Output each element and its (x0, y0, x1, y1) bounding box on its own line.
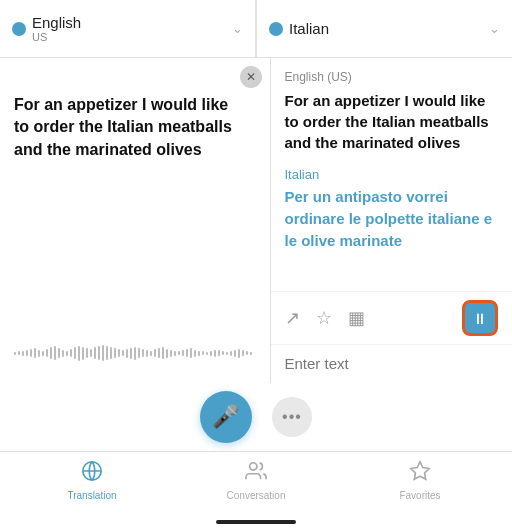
tab-conversation[interactable]: Conversation (174, 460, 338, 501)
waveform-area (14, 335, 256, 371)
right-lang-text: Italian (289, 20, 483, 37)
svg-marker-2 (411, 462, 429, 479)
dots-icon: ••• (282, 408, 302, 426)
tab-translation[interactable]: Translation (10, 460, 174, 501)
favorites-icon (409, 460, 431, 487)
right-lang-name: Italian (289, 20, 483, 37)
home-indicator (216, 520, 296, 524)
pause-button[interactable]: ⏸ (462, 300, 498, 336)
input-area (271, 344, 513, 383)
left-lang-selector[interactable]: English US ⌄ (0, 0, 256, 57)
right-panel: English (US) For an appetizer I would li… (271, 58, 513, 383)
left-panel: ✕ For an appetizer I would like to order… (0, 58, 271, 383)
close-button[interactable]: ✕ (240, 66, 262, 88)
left-chevron-icon: ⌄ (232, 21, 243, 36)
tab-favorites[interactable]: Favorites (338, 460, 502, 501)
left-lang-name: English (32, 14, 226, 31)
action-icons-row: ↗ ☆ ▦ ⏸ (271, 291, 513, 344)
conversation-icon (245, 460, 267, 487)
left-lang-sub: US (32, 31, 226, 43)
bottom-toolbar: Translation Conversation Favorites (0, 451, 512, 515)
home-bar (0, 515, 512, 529)
left-lang-text: English US (32, 14, 226, 43)
right-lang-selector[interactable]: Italian ⌄ (256, 0, 512, 57)
tab-favorites-label: Favorites (399, 490, 440, 501)
copy-icon[interactable]: ▦ (348, 307, 365, 329)
right-chevron-icon: ⌄ (489, 21, 500, 36)
svg-point-1 (250, 463, 257, 470)
mic-button[interactable]: 🎤 (200, 391, 252, 443)
star-icon[interactable]: ☆ (316, 307, 332, 329)
bottom-controls: 🎤 ••• (0, 383, 512, 451)
translation-icon (81, 460, 103, 487)
left-lang-dot (12, 22, 26, 36)
expand-icon[interactable]: ↗ (285, 307, 300, 329)
translated-text: Per un antipasto vorrei ordinare le polp… (285, 186, 499, 251)
mic-icon: 🎤 (212, 404, 239, 430)
original-text-right: For an appetizer I would like to order t… (285, 90, 499, 153)
bottom-mic-area: 🎤 ••• (175, 391, 336, 443)
more-button[interactable]: ••• (272, 397, 312, 437)
right-lang-dot (269, 22, 283, 36)
source-lang-label: English (US) (285, 70, 499, 84)
waveform (14, 345, 256, 361)
tab-conversation-label: Conversation (227, 490, 286, 501)
top-bar: English US ⌄ Italian ⌄ (0, 0, 512, 58)
translation-lang-label: Italian (285, 167, 499, 182)
text-input[interactable] (285, 355, 499, 372)
translation-area: English (US) For an appetizer I would li… (271, 58, 513, 291)
pause-icon: ⏸ (472, 310, 488, 327)
original-text-left: For an appetizer I would like to order t… (14, 94, 256, 161)
main-content: ✕ For an appetizer I would like to order… (0, 58, 512, 383)
tab-translation-label: Translation (67, 490, 116, 501)
